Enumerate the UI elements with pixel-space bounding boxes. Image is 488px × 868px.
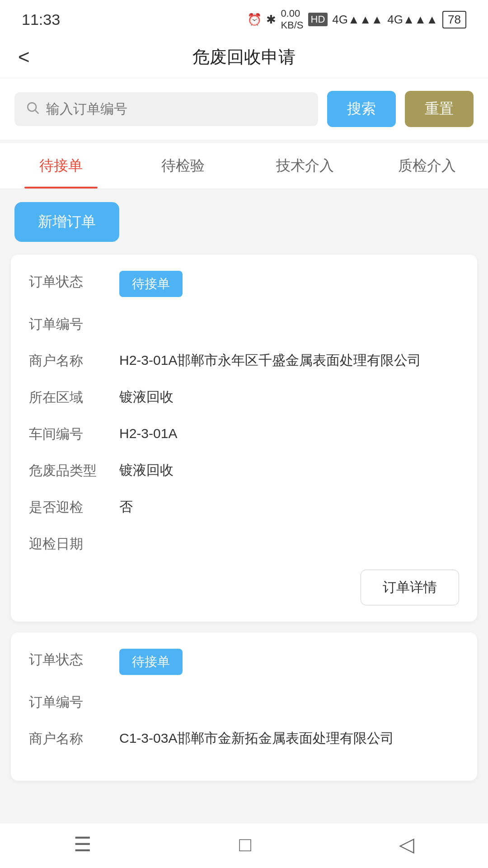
merchant-label: 商户名称 [29,350,119,370]
workshop-row: 车间编号 H2-3-01A [29,423,459,443]
back-nav-icon[interactable]: ◁ [399,833,414,856]
add-order-area: 新增订单 [0,189,488,255]
status-time: 11:33 [22,11,60,28]
tabs: 待接单 待检验 技术介入 质检介入 [0,143,488,189]
reset-button[interactable]: 重置 [405,91,474,127]
back-button[interactable]: < [18,47,30,67]
bottom-nav: ☰ □ ◁ [0,823,488,868]
home-icon[interactable]: □ [239,833,251,856]
region-value: 镀液回收 [119,387,459,407]
card-footer: 订单详情 [29,570,459,605]
order-no-row-2: 订单编号 [29,691,459,712]
hd-icon: HD [308,13,328,26]
search-icon [25,100,40,118]
status-label: 订单状态 [29,271,119,291]
order-card-2: 订单状态 待接单 订单编号 商户名称 C1-3-03A邯郸市金新拓金属表面处理有… [11,632,477,781]
waste-type-label: 危废品类型 [29,460,119,480]
inspection-row: 是否迎检 否 [29,496,459,517]
order-no-label-2: 订单编号 [29,691,119,712]
alarm-icon: ⏰ [247,13,262,27]
header: < 危废回收申请 [0,36,488,78]
add-order-button[interactable]: 新增订单 [14,202,119,242]
bluetooth-icon: ✱ [266,13,276,27]
tab-tech-intervention[interactable]: 技术介入 [244,143,366,189]
workshop-value: H2-3-01A [119,423,459,443]
region-label: 所在区域 [29,387,119,407]
merchant-value: H2-3-01A邯郸市永年区千盛金属表面处理有限公司 [119,350,459,370]
inspection-date-label: 迎检日期 [29,533,119,553]
search-input[interactable] [46,101,307,117]
search-input-wrap [14,92,318,126]
search-area: 搜索 重置 [0,78,488,140]
status-label-2: 订单状态 [29,649,119,669]
status-badge: 待接单 [119,271,183,297]
menu-icon[interactable]: ☰ [74,833,91,856]
order-detail-button[interactable]: 订单详情 [361,570,459,605]
merchant-row: 商户名称 H2-3-01A邯郸市永年区千盛金属表面处理有限公司 [29,350,459,370]
merchant-value-2: C1-3-03A邯郸市金新拓金属表面处理有限公司 [119,728,459,748]
region-row: 所在区域 镀液回收 [29,387,459,407]
svg-line-1 [35,110,38,113]
merchant-row-2: 商户名称 C1-3-03A邯郸市金新拓金属表面处理有限公司 [29,728,459,748]
battery-icon: 78 [442,11,466,28]
order-no-label: 订单编号 [29,313,119,334]
status-bar: 11:33 ⏰ ✱ 0.00KB/S HD 4G▲▲▲ 4G▲▲▲ 78 [0,0,488,36]
signal-4g: 4G▲▲▲ [332,13,383,27]
merchant-label-2: 商户名称 [29,728,119,748]
inspection-label: 是否迎检 [29,496,119,517]
tab-quality-intervention[interactable]: 质检介入 [366,143,488,189]
signal-4g2: 4G▲▲▲ [387,13,438,27]
search-button[interactable]: 搜索 [327,91,396,127]
order-no-row: 订单编号 [29,313,459,334]
waste-type-row: 危废品类型 镀液回收 [29,460,459,480]
order-card: 订单状态 待接单 订单编号 商户名称 H2-3-01A邯郸市永年区千盛金属表面处… [11,255,477,622]
order-status-row: 订单状态 待接单 [29,271,459,297]
svg-point-0 [28,103,36,111]
status-badge-2: 待接单 [119,649,183,675]
tab-pending-order[interactable]: 待接单 [0,143,122,189]
tab-pending-inspection[interactable]: 待检验 [122,143,244,189]
inspection-date-row: 迎检日期 [29,533,459,553]
content-area: 新增订单 订单状态 待接单 订单编号 商户名称 H2-3-01A邯郸市永年区千盛… [0,189,488,846]
status-value: 待接单 [119,271,459,297]
network-speed: 0.00KB/S [281,8,303,31]
workshop-label: 车间编号 [29,423,119,443]
page-title: 危废回收申请 [192,46,296,69]
status-value-2: 待接单 [119,649,459,675]
inspection-value: 否 [119,496,459,517]
waste-type-value: 镀液回收 [119,460,459,480]
order-status-row-2: 订单状态 待接单 [29,649,459,675]
status-icons: ⏰ ✱ 0.00KB/S HD 4G▲▲▲ 4G▲▲▲ 78 [247,8,466,31]
